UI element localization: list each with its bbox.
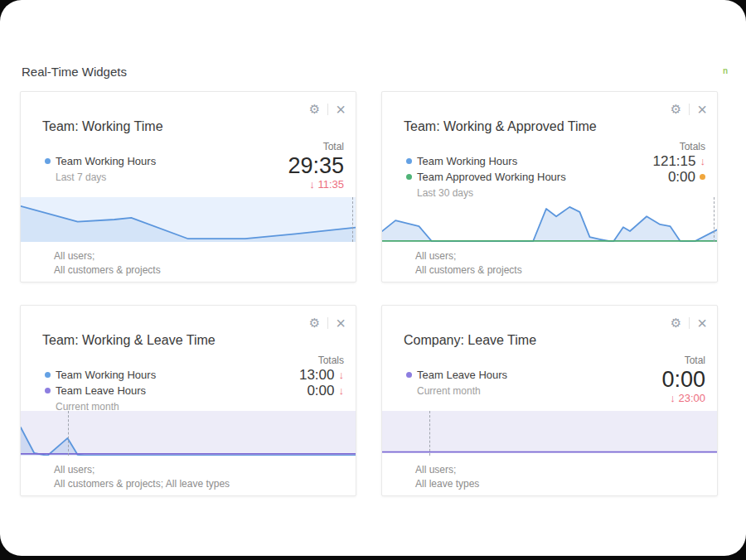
widget-meta: Team Working Hours Team Leave Hours Curr…	[21, 354, 356, 413]
widget-meta: Team Working Hours Team Approved Working…	[382, 140, 717, 199]
filter-line: All customers & projects	[415, 263, 522, 278]
totals-row: 0:00 ↓	[299, 383, 344, 398]
gear-icon[interactable]: ⚙	[671, 102, 681, 117]
card-controls: ⚙ ×	[309, 100, 346, 118]
widget-card-team-working-approved-time: ⚙ × Team: Working & Approved Time Team W…	[381, 91, 718, 282]
company-leave-time-chart	[382, 411, 717, 456]
legend: Team Working Hours Team Approved Working…	[406, 140, 566, 199]
total-delta: ↓ 23:00	[661, 392, 705, 404]
legend-item: Team Leave Hours	[406, 367, 507, 383]
current-time-marker	[714, 197, 715, 242]
controls-divider	[689, 317, 690, 329]
close-icon[interactable]: ×	[697, 316, 707, 330]
team-working-leave-time-chart	[21, 411, 356, 456]
totals-label: Totals	[299, 354, 344, 367]
totals: Total 29:35 ↓ 11:35	[288, 140, 344, 191]
total-value: 29:35	[288, 153, 344, 178]
delta-value: 11:35	[317, 178, 344, 191]
legend-dot	[406, 174, 412, 180]
app-window: Real-Time Widgets n ⚙ × Team: Working Ti…	[0, 0, 746, 556]
legend-item: Team Working Hours	[406, 153, 566, 169]
current-time-marker	[68, 411, 69, 456]
filter-line: All users;	[415, 249, 522, 263]
totals-row: 121:15 ↓	[653, 153, 706, 169]
legend-dot	[45, 388, 51, 393]
team-working-time-chart	[21, 197, 356, 242]
widget-title: Team: Working Time	[42, 119, 163, 134]
widget-meta: Team Working Hours Last 7 days Total 29:…	[21, 140, 356, 191]
widget-filters: All users; All customers & projects; All…	[54, 463, 230, 491]
widget-meta: Team Leave Hours Current month Total 0:0…	[382, 354, 717, 404]
legend: Team Working Hours Last 7 days	[45, 140, 156, 191]
arrow-down-icon: ↓	[339, 384, 345, 397]
widget-card-team-working-leave-time: ⚙ × Team: Working & Leave Time Team Work…	[20, 305, 356, 496]
controls-divider	[689, 104, 690, 115]
legend: Team Leave Hours Current month	[406, 354, 507, 404]
team-working-approved-time-chart	[382, 197, 717, 242]
current-time-marker	[352, 197, 353, 242]
legend: Team Working Hours Team Leave Hours Curr…	[45, 354, 156, 413]
totals-row: 13:00 ↓	[299, 367, 344, 383]
status-dot-icon	[700, 174, 705, 180]
legend-item: Team Working Hours	[45, 367, 156, 383]
filter-line: All leave types	[415, 477, 479, 491]
legend-label: Team Working Hours	[56, 155, 156, 167]
widget-card-company-leave-time: ⚙ × Company: Leave Time Team Leave Hours…	[381, 305, 718, 496]
sparkline-svg	[382, 411, 717, 456]
card-controls: ⚙ ×	[671, 100, 707, 118]
sparkline-svg	[382, 197, 717, 242]
legend-dot	[406, 372, 412, 378]
filter-line: All users;	[415, 463, 479, 477]
arrow-down-icon: ↓	[700, 155, 706, 167]
legend-label: Team Approved Working Hours	[417, 171, 566, 183]
legend-item: Team Leave Hours	[45, 383, 156, 398]
totals: Totals 13:00 ↓ 0:00 ↓	[299, 354, 344, 413]
arrow-down-icon: ↓	[339, 369, 345, 381]
watermark-icon: n	[723, 66, 728, 75]
period-label: Last 7 days	[56, 171, 156, 183]
total-value: 0:00	[661, 367, 705, 392]
delta-value: 23:00	[678, 392, 705, 404]
widget-title: Team: Working & Approved Time	[404, 119, 597, 134]
delta-arrow-icon: ↓	[670, 392, 676, 404]
legend-dot	[45, 372, 51, 378]
controls-divider	[327, 317, 328, 329]
widget-card-team-working-time: ⚙ × Team: Working Time Team Working Hour…	[20, 91, 356, 282]
legend-item: Team Working Hours	[45, 153, 156, 169]
total-value: 121:15	[653, 153, 696, 170]
totals: Totals 121:15 ↓ 0:00	[653, 140, 706, 199]
close-icon[interactable]: ×	[697, 103, 707, 116]
close-icon[interactable]: ×	[336, 316, 346, 330]
widget-title: Company: Leave Time	[404, 333, 536, 348]
total-value: 0:00	[668, 169, 695, 186]
totals: Total 0:00 ↓ 23:00	[661, 354, 705, 404]
legend-label: Team Leave Hours	[417, 369, 507, 381]
filter-line: All customers & projects	[54, 263, 161, 278]
legend-dot	[45, 158, 51, 164]
legend-label: Team Working Hours	[56, 369, 156, 381]
legend-label: Team Working Hours	[417, 155, 517, 167]
close-icon[interactable]: ×	[336, 103, 346, 116]
sparkline-svg	[21, 411, 356, 456]
current-time-marker	[429, 411, 430, 456]
legend-label: Team Leave Hours	[56, 384, 146, 397]
page-title: Real-Time Widgets	[22, 65, 127, 79]
legend-dot	[406, 158, 412, 164]
filter-line: All customers & projects; All leave type…	[54, 477, 230, 491]
widget-filters: All users; All leave types	[415, 463, 479, 491]
widgets-grid: ⚙ × Team: Working Time Team Working Hour…	[20, 91, 718, 496]
total-delta: ↓ 11:35	[288, 178, 344, 191]
legend-item: Team Approved Working Hours	[406, 169, 566, 185]
gear-icon[interactable]: ⚙	[671, 316, 681, 331]
gear-icon[interactable]: ⚙	[309, 316, 320, 331]
card-controls: ⚙ ×	[309, 314, 346, 332]
gear-icon[interactable]: ⚙	[309, 102, 320, 117]
filter-line: All users;	[54, 249, 161, 263]
total-value: 0:00	[307, 383, 334, 399]
widget-filters: All users; All customers & projects	[415, 249, 522, 278]
totals-label: Totals	[653, 140, 706, 153]
delta-arrow-icon: ↓	[309, 178, 315, 191]
sparkline-svg	[21, 197, 356, 242]
card-controls: ⚙ ×	[671, 314, 707, 332]
widget-filters: All users; All customers & projects	[54, 249, 161, 278]
